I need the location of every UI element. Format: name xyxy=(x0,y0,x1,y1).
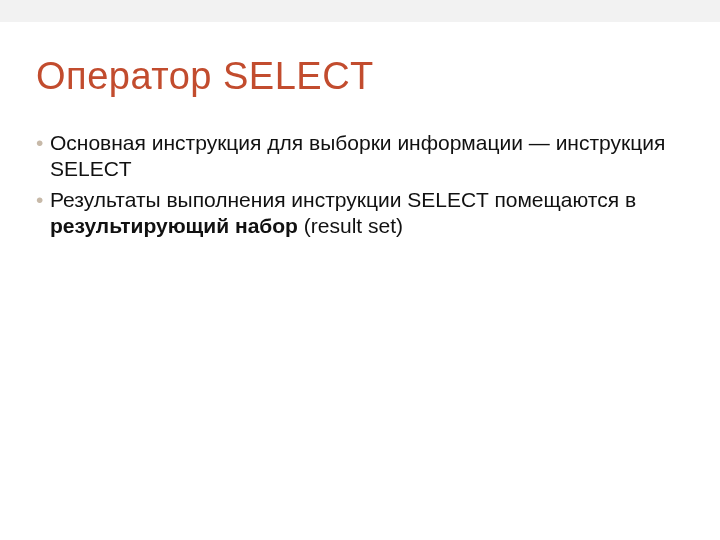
list-item: Основная инструкция для выборки информац… xyxy=(36,130,680,183)
bullet-text: Основная инструкция для выборки информац… xyxy=(50,131,665,180)
bullet-list: Основная инструкция для выборки информац… xyxy=(36,130,680,239)
bullet-text-bold: результирующий набор xyxy=(50,214,298,237)
top-accent-bar xyxy=(0,0,720,22)
bullet-text-post: (result set) xyxy=(298,214,403,237)
list-item: Результаты выполнения инструкции SELECT … xyxy=(36,187,680,240)
bullet-text: Результаты выполнения инструкции SELECT … xyxy=(50,188,636,211)
slide-title: Оператор SELECT xyxy=(36,55,374,98)
slide: Оператор SELECT Основная инструкция для … xyxy=(0,0,720,540)
slide-content: Основная инструкция для выборки информац… xyxy=(36,130,680,243)
